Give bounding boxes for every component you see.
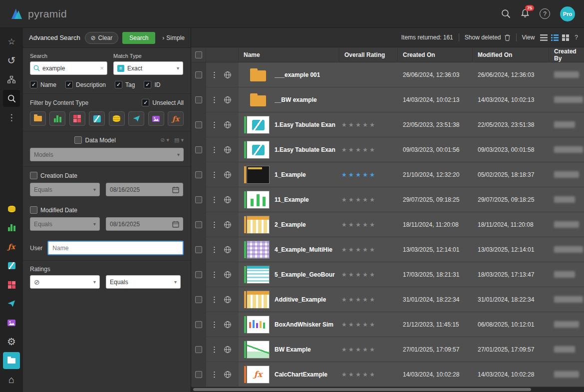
checkbox-description[interactable]: Description xyxy=(65,81,106,88)
table-row[interactable]: ⋮ __BW example 14/03/2024, 10:02:13 14/0… xyxy=(191,87,584,112)
rating-stars[interactable]: ★ ★ ★ ★ ★ xyxy=(341,221,375,228)
modified-date-operator-dropdown[interactable]: Equals ▾ xyxy=(30,217,100,231)
table-row[interactable]: ⋮ Additive_Example ★ ★ ★ ★ ★ 31/01/2024,… xyxy=(191,287,584,312)
type-formulas-button[interactable]: ƒx xyxy=(168,111,184,126)
globe-icon[interactable] xyxy=(224,321,232,329)
checkbox-tag[interactable]: Tag xyxy=(115,81,135,88)
table-row[interactable]: ⋮ 1_Example ★ ★ ★ ★ ★ 21/10/2024, 12:32:… xyxy=(191,162,584,187)
item-name[interactable]: 1_Example xyxy=(275,171,306,178)
type-illustrate-button[interactable] xyxy=(69,111,85,126)
item-name[interactable]: 1.Easy Tabulate Exan xyxy=(275,121,335,128)
checkbox-box[interactable] xyxy=(115,81,122,88)
checkbox-box[interactable] xyxy=(30,81,37,88)
content-manager-icon[interactable] xyxy=(3,352,20,369)
models-dropdown[interactable]: Models ▾ xyxy=(30,148,184,161)
rating-stars[interactable]: ★ ★ ★ ★ ★ xyxy=(341,371,375,378)
rating-stars[interactable]: ★ ★ ★ ★ ★ xyxy=(341,246,375,253)
home-icon[interactable]: ⌂ xyxy=(3,371,20,388)
row-menu-icon[interactable]: ⋮ xyxy=(211,95,218,104)
rail-search-icon[interactable] xyxy=(3,90,20,107)
thumbnails-view-icon[interactable] xyxy=(562,34,569,41)
modified-date-field[interactable]: 08/16/2025 xyxy=(106,217,183,231)
row-menu-icon[interactable]: ⋮ xyxy=(211,70,218,79)
data-model-icon[interactable] xyxy=(3,200,20,217)
creation-date-field[interactable]: 08/16/2025 xyxy=(106,183,183,196)
row-checkbox[interactable] xyxy=(195,196,202,203)
match-type-dropdown[interactable]: ≡ Exact ▾ xyxy=(113,61,183,75)
table-row[interactable]: ⋮ BW Example ★ ★ ★ ★ ★ 27/01/2025, 17:09… xyxy=(191,337,584,362)
item-name[interactable]: 5_Example_GeoBour xyxy=(275,271,335,278)
globe-icon[interactable] xyxy=(224,246,232,254)
table-row[interactable]: ⋮ ___example 001 26/06/2024, 12:36:03 26… xyxy=(191,62,584,87)
clear-text-icon[interactable]: × xyxy=(100,64,104,72)
globe-icon[interactable] xyxy=(224,271,232,279)
grid-help-icon[interactable]: ? xyxy=(575,34,578,41)
checkbox-name[interactable]: Name xyxy=(30,81,56,88)
horizontal-scrollbar[interactable] xyxy=(191,387,584,392)
help-icon[interactable]: ? xyxy=(540,8,550,19)
globe-icon[interactable] xyxy=(224,346,232,354)
rating-stars[interactable]: ★ ★ ★ ★ ★ xyxy=(341,196,375,203)
table-row[interactable]: ⋮ 4_Example_MultiHie ★ ★ ★ ★ ★ 13/03/202… xyxy=(191,237,584,262)
globe-icon[interactable] xyxy=(224,171,232,179)
item-name[interactable]: 1.Easy Tabulate Exan xyxy=(275,146,335,153)
user-avatar[interactable]: Pro xyxy=(560,6,575,21)
select-all-checkbox[interactable] xyxy=(195,51,202,58)
checkbox-box[interactable] xyxy=(30,206,37,214)
fields-filter-dropdown[interactable]: ▤▾ xyxy=(174,137,184,143)
history-icon[interactable]: ↺ xyxy=(3,52,20,69)
search-icon[interactable] xyxy=(501,9,511,18)
row-checkbox[interactable] xyxy=(195,246,202,253)
header-overall-rating[interactable]: Overall Rating xyxy=(339,47,398,62)
globe-icon[interactable] xyxy=(224,296,232,304)
publish-send-icon[interactable] xyxy=(3,295,20,312)
user-name-input[interactable] xyxy=(47,241,184,255)
ratings-operator-dropdown[interactable]: Equals ▾ xyxy=(106,275,181,289)
type-present-button[interactable] xyxy=(148,111,164,126)
admin-gear-icon[interactable]: ⚙ xyxy=(3,333,20,350)
pyramid-logo[interactable]: pyramid xyxy=(9,7,67,21)
content-tree-icon[interactable] xyxy=(3,71,20,88)
item-name[interactable]: 2_Example xyxy=(275,221,306,228)
row-checkbox[interactable] xyxy=(195,321,202,328)
row-checkbox[interactable] xyxy=(195,271,202,278)
rating-stars[interactable]: ★ ★ ★ ★ ★ xyxy=(341,271,375,278)
type-publish-button[interactable] xyxy=(128,111,144,126)
row-menu-icon[interactable]: ⋮ xyxy=(211,195,218,204)
globe-icon[interactable] xyxy=(224,371,232,379)
search-term-input[interactable] xyxy=(42,65,97,72)
illustrate-grid-icon[interactable] xyxy=(3,276,20,293)
row-menu-icon[interactable]: ⋮ xyxy=(211,245,218,254)
favorites-star-icon[interactable]: ☆ xyxy=(3,33,20,50)
row-checkbox[interactable] xyxy=(195,371,202,378)
data-model-checkbox[interactable]: Data Model xyxy=(74,136,115,144)
notifications-bell-icon[interactable]: 75 xyxy=(521,8,530,19)
row-checkbox[interactable] xyxy=(195,296,202,303)
header-created-on[interactable]: Created On xyxy=(398,47,473,62)
row-menu-icon[interactable]: ⋮ xyxy=(211,345,218,354)
row-menu-icon[interactable]: ⋮ xyxy=(211,295,218,304)
row-menu-icon[interactable]: ⋮ xyxy=(211,370,218,379)
globe-icon[interactable] xyxy=(224,221,232,229)
globe-icon[interactable] xyxy=(224,146,232,154)
table-row[interactable]: ⋮ 5_Example_GeoBour ★ ★ ★ ★ ★ 17/03/2025… xyxy=(191,262,584,287)
unselect-all-checkbox[interactable]: Unselect All xyxy=(142,99,184,106)
header-name[interactable]: Name xyxy=(239,47,339,62)
type-folder-button[interactable] xyxy=(30,111,46,126)
simple-mode-link[interactable]: › Simple xyxy=(162,34,185,41)
rating-stars[interactable]: ★ ★ ★ ★ ★ xyxy=(341,146,375,153)
more-options-icon[interactable]: ⋮ xyxy=(3,109,20,126)
creation-date-operator-dropdown[interactable]: Equals ▾ xyxy=(30,183,100,196)
discover-charts-icon[interactable] xyxy=(3,219,20,236)
ratings-value-dropdown[interactable]: ⊘ ▾ xyxy=(30,275,100,289)
item-name[interactable]: __BW example xyxy=(275,96,317,103)
globe-icon[interactable] xyxy=(224,96,232,104)
checkbox-box[interactable] xyxy=(142,99,149,106)
item-name[interactable]: 4_Example_MultiHie xyxy=(275,246,332,253)
rating-stars[interactable]: ★ ★ ★ ★ ★ xyxy=(341,346,375,353)
rating-stars[interactable]: ★ ★ ★ ★ ★ xyxy=(341,296,375,303)
item-name[interactable]: CalcChartExample xyxy=(275,371,327,378)
item-name[interactable]: BoxAndWhisker Sim xyxy=(275,321,333,328)
row-menu-icon[interactable]: ⋮ xyxy=(211,170,218,179)
globe-icon[interactable] xyxy=(224,71,232,79)
